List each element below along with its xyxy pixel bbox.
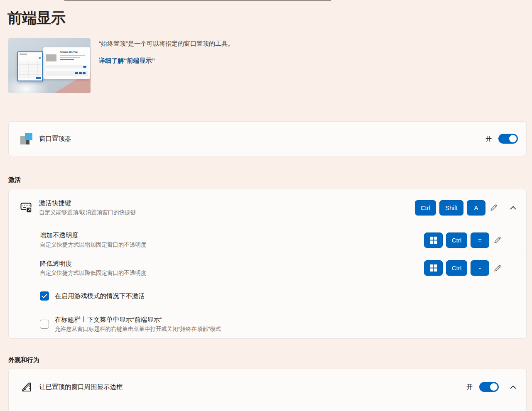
game-mode-row: 在启用游戏模式的情况下不激活 bbox=[9, 282, 526, 310]
edit-shortcut-pencil-icon[interactable] bbox=[493, 235, 503, 245]
always-on-top-module-icon bbox=[20, 132, 33, 145]
keycap-ctrl[interactable]: Ctrl bbox=[446, 232, 467, 248]
shortcut-subtitle: 自定义能够置顶/取消置顶窗口的快捷键 bbox=[39, 209, 136, 216]
increase-opacity-title: 增加不透明度 bbox=[40, 231, 147, 240]
border-row[interactable]: 让已置顶的窗口周围显示边框 开 bbox=[9, 369, 526, 405]
preview-setting-row bbox=[46, 65, 88, 68]
border-toggle-state-label: 开 bbox=[466, 383, 473, 391]
preview-calc-equals bbox=[36, 77, 41, 79]
border-title: 让已置顶的窗口周围显示边框 bbox=[39, 383, 123, 391]
preview-link-line bbox=[60, 59, 74, 60]
keycap-minus[interactable]: - bbox=[471, 260, 489, 276]
chevron-up-icon[interactable] bbox=[508, 382, 518, 392]
preview-pinned-calculator-window: 0 bbox=[17, 51, 43, 81]
preview-toggle bbox=[83, 66, 86, 68]
title-menu-label: 在标题栏上下文菜单中显示“前端显示” bbox=[55, 316, 221, 324]
preview-setting-row bbox=[46, 71, 88, 76]
appearance-card: 让已置顶的窗口周围显示边框 开 bbox=[8, 369, 527, 411]
module-description: “始终置顶”是一个可以将指定的窗口置顶的工具。 bbox=[99, 40, 234, 48]
chevron-up-icon[interactable] bbox=[508, 203, 518, 213]
keycap-win[interactable] bbox=[424, 260, 443, 276]
preview-calc-menu bbox=[20, 54, 27, 55]
keyboard-shortcut-icon bbox=[20, 202, 33, 213]
enable-card: 窗口置顶器 开 bbox=[8, 121, 527, 156]
learn-more-link[interactable]: 详细了解“前端显示” bbox=[99, 57, 155, 65]
decrease-opacity-title: 降低透明度 bbox=[40, 259, 147, 268]
preview-settings-window: Always On Top bbox=[43, 47, 90, 79]
preview-calc-keys bbox=[19, 61, 42, 78]
keycap-shift[interactable]: Shift bbox=[439, 200, 463, 215]
preview-window-title: Always On Top bbox=[60, 51, 78, 53]
module-preview-image: Always On Top 0 bbox=[8, 38, 91, 93]
edit-shortcut-pencil-icon[interactable] bbox=[493, 263, 503, 273]
activation-card: 激活快捷键 自定义能够置顶/取消置顶窗口的快捷键 Ctrl Shift A 增加… bbox=[8, 189, 527, 339]
preview-calc-display: 0 bbox=[39, 56, 41, 60]
decrease-opacity-subtitle: 自定义快捷方式以降低固定窗口的不透明度 bbox=[40, 269, 147, 277]
edit-shortcut-pencil-icon[interactable] bbox=[489, 203, 499, 213]
clipped-sub-row bbox=[9, 405, 526, 411]
keycap-ctrl[interactable]: Ctrl bbox=[446, 260, 467, 276]
always-on-top-settings-page: { "page": { "title": "前端显示" }, "hero": {… bbox=[0, 0, 532, 411]
title-menu-checkbox[interactable] bbox=[40, 320, 49, 329]
preview-keycap bbox=[79, 72, 82, 74]
increase-opacity-row: 增加不透明度 自定义快捷方式以增加固定窗口的不透明度 Ctrl = bbox=[9, 226, 526, 254]
shortcut-title: 激活快捷键 bbox=[39, 199, 136, 208]
enable-row: 窗口置顶器 开 bbox=[9, 122, 526, 156]
enable-label: 窗口置顶器 bbox=[39, 135, 71, 143]
ruler-design-icon bbox=[20, 381, 33, 393]
activation-shortcut-row[interactable]: 激活快捷键 自定义能够置顶/取消置顶窗口的快捷键 Ctrl Shift A bbox=[9, 189, 526, 226]
decrease-opacity-row: 降低透明度 自定义快捷方式以降低固定窗口的不透明度 Ctrl - bbox=[9, 254, 526, 282]
keycap-ctrl[interactable]: Ctrl bbox=[415, 200, 436, 215]
keycap-a[interactable]: A bbox=[467, 200, 485, 215]
keycap-equals[interactable]: = bbox=[471, 232, 489, 248]
title-menu-row: 在标题栏上下文菜单中显示“前端显示” 允许您从窗口标题栏的右键单击菜单中打开或关… bbox=[9, 310, 526, 338]
preview-text-line bbox=[60, 55, 85, 56]
section-heading-activation: 激活 bbox=[8, 176, 21, 184]
keycap-win[interactable] bbox=[424, 232, 443, 248]
preview-thumb bbox=[46, 54, 56, 61]
page-title: 前端显示 bbox=[7, 8, 66, 28]
game-mode-label: 在启用游戏模式的情况下不激活 bbox=[55, 292, 145, 301]
enable-toggle[interactable] bbox=[498, 134, 518, 144]
increase-opacity-subtitle: 自定义快捷方式以增加固定窗口的不透明度 bbox=[40, 241, 147, 249]
preview-keycap bbox=[75, 72, 78, 74]
border-toggle[interactable] bbox=[479, 382, 499, 392]
preview-keycap bbox=[83, 72, 86, 74]
section-heading-appearance: 外观和行为 bbox=[8, 356, 39, 364]
search-input-remnant[interactable] bbox=[64, 0, 331, 1]
game-mode-checkbox[interactable] bbox=[40, 291, 49, 301]
enable-toggle-state-label: 开 bbox=[485, 135, 492, 143]
title-menu-subtitle: 允许您从窗口标题栏的右键单击菜单中打开或关闭“始终在顶部”模式 bbox=[55, 325, 221, 333]
preview-text-line bbox=[60, 57, 80, 58]
